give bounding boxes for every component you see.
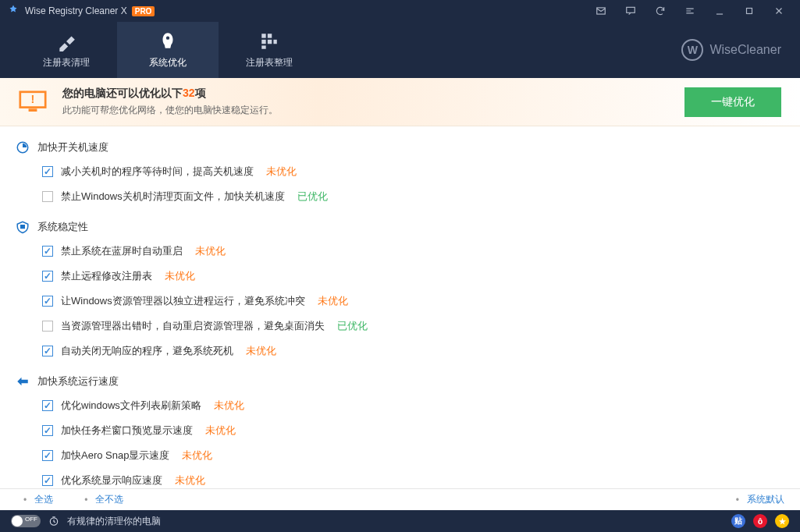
brand-w-icon: W	[681, 39, 703, 61]
item-status: 已优化	[337, 319, 368, 333]
brand-logo: W WiseCleaner	[681, 22, 800, 78]
section-header[interactable]: 加快系统运行速度	[16, 370, 784, 393]
system-default-link[interactable]: 系统默认	[747, 493, 784, 506]
section-title: 系统稳定性	[37, 220, 88, 234]
item-text: 自动关闭无响应的程序，避免系统死机	[61, 344, 233, 358]
selection-footer: • 全选 • 全不选 • 系统默认	[0, 488, 800, 510]
item-checkbox[interactable]	[42, 425, 53, 436]
pro-badge: PRO	[132, 6, 155, 16]
item-text: 禁止远程修改注册表	[61, 269, 152, 283]
optimize-item: 自动关闭无响应的程序，避免系统死机未优化	[16, 339, 784, 364]
optimize-item: 禁止远程修改注册表未优化	[16, 264, 784, 289]
deselect-all-link[interactable]: 全不选	[95, 493, 123, 506]
optimize-count: 32	[183, 87, 195, 99]
section-icon	[16, 140, 30, 154]
item-status: 未优化	[214, 399, 244, 413]
section-title: 加快开关机速度	[37, 140, 108, 154]
item-status: 未优化	[195, 244, 226, 258]
refresh-icon[interactable]	[645, 0, 675, 22]
item-checkbox[interactable]	[42, 400, 53, 411]
brush-icon	[56, 31, 76, 51]
svg-rect-10	[29, 108, 37, 112]
svg-rect-2	[747, 9, 752, 14]
optimize-item: 优化系统显示响应速度未优化	[16, 468, 784, 488]
svg-rect-13	[20, 225, 25, 229]
section-header[interactable]: 系统稳定性	[16, 215, 784, 239]
rocket-icon	[158, 31, 178, 51]
schedule-toggle[interactable]: OFF	[11, 515, 41, 527]
maximize-button[interactable]	[734, 0, 764, 22]
svg-text:!: !	[31, 93, 35, 105]
close-button[interactable]	[764, 0, 794, 22]
clock-icon	[48, 516, 59, 527]
item-text: 当资源管理器出错时，自动重启资源管理器，避免桌面消失	[61, 319, 325, 333]
svg-rect-4	[268, 34, 272, 37]
item-checkbox[interactable]	[42, 321, 53, 332]
optimize-item: 禁止系统在蓝屏时自动重启未优化	[16, 239, 784, 264]
item-checkbox[interactable]	[42, 271, 53, 282]
optimize-item: 当资源管理器出错时，自动重启资源管理器，避免桌面消失已优化	[16, 314, 784, 339]
item-checkbox[interactable]	[42, 246, 53, 257]
item-status: 未优化	[175, 473, 205, 488]
svg-rect-3	[261, 34, 265, 37]
schedule-text: 有规律的清理你的电脑	[67, 515, 161, 528]
menu-icon[interactable]	[675, 0, 705, 22]
item-status: 未优化	[246, 344, 276, 358]
optimize-item: 优化windows文件列表刷新策略未优化	[16, 393, 784, 418]
item-checkbox[interactable]	[42, 191, 53, 202]
section: 系统稳定性禁止系统在蓝屏时自动重启未优化禁止远程修改注册表未优化让Windows…	[16, 215, 784, 364]
item-status: 未优化	[205, 424, 236, 438]
tieba-icon[interactable]: 贴	[731, 514, 745, 528]
banner-subtext: 此功能可帮您优化网络，使您的电脑快速稳定运行。	[62, 104, 684, 117]
item-text: 减小关机时的程序等待时间，提高关机速度	[61, 165, 254, 179]
app-logo-icon	[6, 4, 20, 18]
tab-label: 注册表清理	[43, 56, 90, 69]
item-text: 加快Aero Snap显示速度	[61, 449, 169, 463]
mail-icon[interactable]	[586, 0, 616, 22]
nav-bar: 注册表清理 系统优化 注册表整理 W WiseCleaner	[0, 22, 800, 78]
qzone-icon[interactable]: ★	[775, 514, 789, 528]
banner-headline: 您的电脑还可以优化以下32项	[62, 87, 684, 101]
feedback-icon[interactable]	[616, 0, 645, 22]
weibo-icon[interactable]: ô	[753, 514, 767, 528]
item-checkbox[interactable]	[42, 296, 53, 307]
status-bar: OFF 有规律的清理你的电脑 贴 ô ★	[0, 510, 800, 532]
optimize-item: 减小关机时的程序等待时间，提高关机速度未优化	[16, 159, 784, 184]
svg-rect-8	[261, 45, 265, 48]
optimize-button[interactable]: 一键优化	[684, 87, 781, 117]
svg-rect-5	[261, 39, 265, 43]
section-header[interactable]: 加快开关机速度	[16, 136, 784, 159]
section: 加快系统运行速度优化windows文件列表刷新策略未优化加快任务栏窗口预览显示速…	[16, 370, 784, 488]
tab-system-optimize[interactable]: 系统优化	[117, 22, 219, 78]
title-bar: Wise Registry Cleaner X PRO	[0, 0, 800, 22]
monitor-warning-icon: !	[19, 90, 47, 114]
minimize-button[interactable]	[705, 0, 734, 22]
item-status: 已优化	[297, 190, 328, 204]
section: 加快开关机速度减小关机时的程序等待时间，提高关机速度未优化禁止Windows关机…	[16, 136, 784, 209]
item-checkbox[interactable]	[42, 450, 53, 461]
item-text: 禁止系统在蓝屏时自动重启	[61, 244, 183, 258]
tab-registry-defrag[interactable]: 注册表整理	[219, 22, 320, 78]
svg-rect-1	[627, 7, 635, 12]
item-status: 未优化	[266, 165, 297, 179]
tab-label: 系统优化	[149, 56, 187, 69]
optimize-item: 让Windows资源管理器以独立进程运行，避免系统冲突未优化	[16, 289, 784, 314]
tab-registry-clean[interactable]: 注册表清理	[16, 22, 117, 78]
grid-icon	[259, 31, 279, 51]
optimize-list[interactable]: 加快开关机速度减小关机时的程序等待时间，提高关机速度未优化禁止Windows关机…	[0, 126, 800, 488]
app-title: Wise Registry Cleaner X	[25, 5, 127, 16]
optimize-banner: ! 您的电脑还可以优化以下32项 此功能可帮您优化网络，使您的电脑快速稳定运行。…	[0, 78, 800, 126]
item-checkbox[interactable]	[42, 475, 53, 486]
item-text: 让Windows资源管理器以独立进程运行，避免系统冲突	[61, 294, 305, 308]
section-icon	[16, 220, 30, 234]
tab-label: 注册表整理	[246, 56, 293, 69]
optimize-item: 加快Aero Snap显示速度未优化	[16, 443, 784, 468]
item-checkbox[interactable]	[42, 346, 53, 356]
item-text: 禁止Windows关机时清理页面文件，加快关机速度	[61, 190, 285, 204]
svg-rect-6	[268, 39, 272, 43]
item-status: 未优化	[165, 269, 195, 283]
svg-rect-7	[273, 39, 276, 43]
item-status: 未优化	[182, 449, 212, 463]
item-checkbox[interactable]	[42, 166, 53, 177]
select-all-link[interactable]: 全选	[34, 493, 53, 506]
